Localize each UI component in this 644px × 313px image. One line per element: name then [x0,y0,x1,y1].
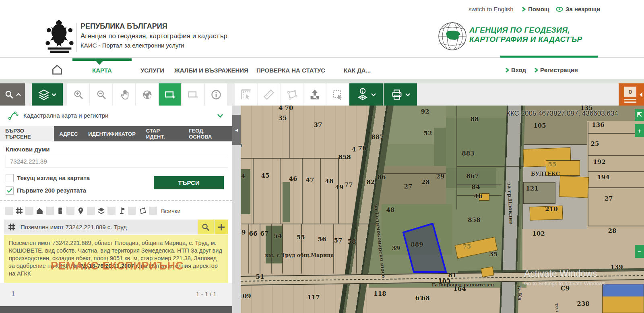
map-label: 57 [334,237,343,244]
measure-point-button[interactable] [235,83,257,106]
zoom-in-button[interactable] [67,83,89,106]
layers-small-icon [97,207,105,215]
windows-watermark-line1: Activate Windows [524,268,597,279]
sidebar-collapse-handle[interactable]: ◀ [232,115,241,145]
pagination-bar: 1 1 - 1 / 1 [0,283,232,306]
map-label: 139 [610,263,623,271]
search-panel-button[interactable] [0,83,25,106]
nav-tab-uslugi[interactable]: УСЛУГИ [132,61,173,80]
tab-geod-osnova[interactable]: ГЕОД. ОСНОВА [184,126,232,141]
map-label: 92 [421,108,429,115]
map-label: 46 [474,193,483,200]
agency-globe-logo [437,21,468,52]
layers-button[interactable] [32,83,63,106]
pan-button[interactable] [113,83,135,106]
filter-checkbox-entrance[interactable] [46,207,54,215]
nav-tab-zhalbi[interactable]: ЖАЛБИ И ВЪЗРАЖЕНИЯ [173,61,250,80]
cart-count-badge: 0 [624,87,636,97]
zoom-extent-button[interactable]: ⇱ [635,109,644,121]
accessibility-link[interactable]: За незрящи [556,6,600,12]
topbar: switch to English Помощ За незрящи [0,0,644,18]
result-add-button[interactable] [215,220,228,234]
map-label: 102 [532,230,545,237]
upload-button[interactable] [303,83,326,106]
nav-tab-karta[interactable]: КАРТА [72,61,132,80]
map-label: 55 [297,234,305,241]
tab-adres[interactable]: АДРЕС [54,126,83,141]
tab-barzo-tarsene[interactable]: БЪРЗО ТЪРСЕНЕ [0,126,54,141]
result-zoom-to-button[interactable] [198,220,214,234]
nav-home[interactable] [48,62,66,78]
map-label: БУЛТЕКС [531,171,560,177]
print-button[interactable] [384,83,417,106]
map-label: 68 [421,294,430,302]
filter-checkbox-zone[interactable] [128,207,136,215]
portal-subtitle: КАИС - Портал за електронни услуги [80,42,227,49]
help-link[interactable]: Помощ [522,6,549,12]
filter-checkbox-parcel[interactable] [5,207,13,215]
map-label: 48 [325,178,334,185]
zoom-out-icon [96,89,107,100]
first-200-label: Първите 200 резултата [17,187,86,194]
current-view-label: Текущ изглед на картата [17,174,90,181]
nav-tab-kak-da[interactable]: КАК ДА... [332,61,382,80]
map-label: 46 [289,175,297,182]
filter-checkbox-layers[interactable] [87,207,95,215]
select-rectangle-remove-button[interactable] [182,83,204,106]
map-label: 29 [436,173,445,180]
map-label: 86 [378,174,386,181]
cart-button[interactable]: 0 [619,83,644,106]
register-link[interactable]: Регистрация [534,66,578,73]
map-label: 889 [411,241,423,248]
map-label: 118 [374,290,386,297]
current-view-checkbox[interactable] [6,174,14,182]
republic-title: РЕПУБЛИКА БЪЛГАРИЯ [80,22,227,31]
door-icon [56,207,64,215]
layer-group-header[interactable]: Кадастрална карта и регистри [0,106,232,126]
measure-distance-button[interactable] [258,83,280,106]
map-label: 194 [597,174,609,181]
chevron-right-icon [522,7,526,12]
measure-area-button[interactable] [281,83,303,106]
filter-checkbox-building[interactable] [25,207,33,215]
tab-identifikator[interactable]: ИДЕНТИФИКАТОР [83,126,140,141]
parcel-grid-icon [15,207,23,215]
login-link[interactable]: Вход [505,66,526,73]
map-zoom-in-button[interactable]: + [635,124,644,137]
eye-icon [556,7,563,12]
map-label: 49 [335,184,344,191]
info-button[interactable] [205,83,227,106]
tab-star-ident[interactable]: СТАР ИДЕНТ. [141,126,184,141]
nav-tab-proverka[interactable]: ПРОВЕРКА НА СТАТУС [250,61,332,80]
zone-polygon-icon [138,207,147,215]
switch-language-link[interactable]: switch to English [469,6,514,12]
upload-icon [309,89,321,101]
chevron-right-icon [534,68,538,73]
select-rectangle-add-button[interactable] [159,83,181,106]
chevron-down-icon [371,93,376,96]
map-label: 44 [241,172,245,180]
keywords-input[interactable] [6,155,228,168]
map-label: 75 [463,243,471,250]
agency-subtitle: Агенция по геодезия, картография и кадас… [80,32,227,40]
map-viewport[interactable]: 4703537985847692888875288310513513625192… [241,106,644,313]
map-label: 82 [367,178,375,186]
printer-icon [391,89,403,101]
filter-checkbox-geodetic[interactable] [107,207,116,215]
parcel-grid-icon [8,223,16,231]
box-select-button[interactable] [326,83,349,106]
overview-button[interactable] [136,83,158,106]
first-200-checkbox[interactable] [6,187,14,195]
identify-layers-button[interactable] [349,83,383,106]
filter-checkbox-all[interactable] [149,207,157,215]
map-zoom-out-button[interactable]: − [635,245,644,258]
map-label: 867 [466,172,479,180]
filter-checkbox-address[interactable] [66,207,74,215]
map-label: 858 [468,216,480,224]
result-row[interactable]: Поземлен имот 73242.221.889 с. Труд [4,220,228,234]
map-label: 77 [345,181,353,189]
switch-language-label: switch to English [469,6,514,12]
page-number[interactable]: 1 [11,290,15,298]
zoom-out-button[interactable] [90,83,112,106]
search-button[interactable]: ТЪРСИ [154,176,224,189]
